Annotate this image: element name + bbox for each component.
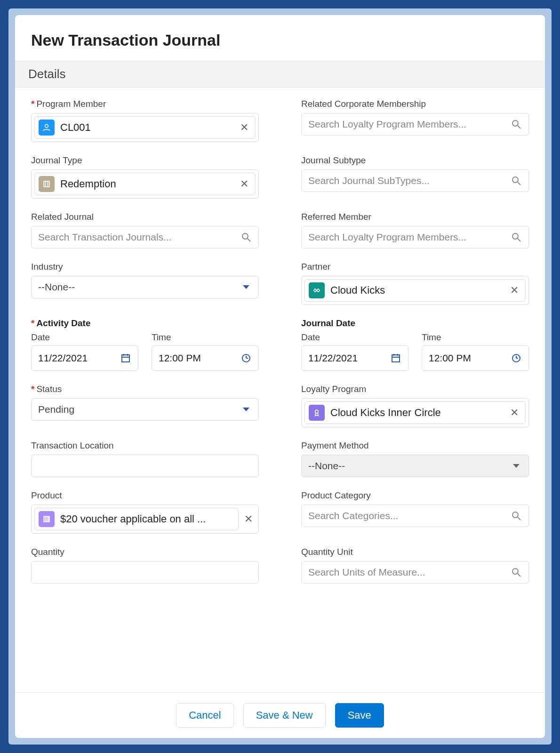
status-select[interactable]: Pending: [31, 398, 259, 421]
svg-point-10: [512, 233, 518, 239]
journal-date-time-value: 12:00 PM: [429, 352, 471, 364]
svg-line-2: [518, 126, 520, 128]
field-program-member: *Program Member CL001 ✕: [31, 99, 259, 142]
field-quantity: Quantity: [31, 547, 259, 584]
quantity-unit-placeholder: Search Units of Measure...: [308, 567, 425, 578]
activity-date-time-input[interactable]: 12:00 PM: [152, 345, 259, 371]
field-partner: Partner Cloud Kicks ✕: [301, 262, 529, 305]
transaction-location-text[interactable]: [38, 460, 252, 472]
status-label: Status: [36, 384, 62, 394]
svg-rect-19: [392, 355, 400, 362]
svg-line-33: [518, 517, 520, 520]
product-value: $20 voucher applicable on all ...: [60, 513, 234, 525]
search-icon: [511, 232, 522, 243]
journal-date-date-input[interactable]: 11/22/2021: [301, 345, 408, 371]
chevron-down-icon: [240, 404, 252, 415]
person-icon: [39, 120, 55, 136]
related-journal-placeholder: Search Transaction Journals...: [38, 232, 172, 243]
clear-loyalty-program-icon[interactable]: ✕: [507, 407, 521, 419]
clock-icon[interactable]: [511, 352, 522, 364]
save-and-new-button[interactable]: Save & New: [243, 703, 326, 728]
journal-subtype-label: Journal Subtype: [301, 155, 529, 166]
field-related-corp-membership: Related Corporate Membership Search Loya…: [301, 99, 529, 142]
quantity-unit-search[interactable]: Search Units of Measure...: [301, 561, 529, 584]
search-icon: [511, 567, 522, 578]
program-member-label: Program Member: [36, 99, 106, 109]
save-button[interactable]: Save: [335, 703, 384, 728]
quantity-label: Quantity: [31, 547, 259, 557]
svg-point-8: [242, 233, 248, 239]
journal-subtype-placeholder: Search Journal SubTypes...: [308, 175, 430, 186]
clear-journal-type-icon[interactable]: ✕: [237, 178, 251, 190]
clear-program-member-icon[interactable]: ✕: [237, 121, 251, 134]
program-member-value: CL001: [60, 121, 237, 134]
calendar-icon[interactable]: [390, 352, 401, 364]
svg-point-34: [512, 569, 518, 574]
related-journal-search[interactable]: Search Transaction Journals...: [31, 226, 259, 248]
chevron-down-icon: [240, 281, 252, 293]
loyalty-program-label: Loyalty Program: [301, 384, 529, 394]
svg-point-32: [512, 512, 518, 518]
field-loyalty-program: Loyalty Program Cloud Kicks Inner Circle…: [301, 384, 529, 427]
svg-line-11: [518, 239, 520, 241]
field-journal-subtype: Journal Subtype Search Journal SubTypes.…: [301, 155, 529, 199]
svg-point-1: [512, 120, 518, 126]
modal-title: New Transaction Journal: [15, 15, 545, 61]
transaction-location-input[interactable]: [31, 455, 259, 477]
field-product-category: Product Category Search Categories...: [301, 490, 529, 534]
product-icon: [39, 511, 55, 527]
partner-icon: [309, 282, 325, 298]
new-transaction-journal-modal: New Transaction Journal Details *Program…: [15, 15, 545, 738]
calendar-icon[interactable]: [120, 352, 131, 364]
svg-point-0: [45, 124, 48, 128]
journal-type-label: Journal Type: [31, 155, 259, 166]
journal-date-date-label: Date: [301, 332, 408, 343]
field-activity-date: *Activity Date Date 11/22/2021 Time 12:0…: [31, 318, 259, 371]
quantity-input[interactable]: [31, 561, 259, 584]
product-label: Product: [31, 490, 259, 501]
field-quantity-unit: Quantity Unit Search Units of Measure...: [301, 547, 529, 584]
field-product: Product $20 voucher applicable on all ..…: [31, 490, 259, 534]
payment-method-select[interactable]: --None--: [301, 455, 529, 477]
field-payment-method: Payment Method --None--: [301, 441, 529, 477]
journal-type-value: Redemption: [60, 178, 237, 190]
activity-date-time-value: 12:00 PM: [159, 352, 201, 364]
partner-lookup[interactable]: Cloud Kicks ✕: [301, 276, 529, 305]
field-industry: Industry --None--: [31, 262, 259, 305]
journal-date-date-value: 11/22/2021: [308, 352, 358, 364]
product-category-search[interactable]: Search Categories...: [301, 505, 529, 527]
loyalty-program-lookup[interactable]: Cloud Kicks Inner Circle ✕: [301, 398, 529, 427]
industry-select[interactable]: --None--: [31, 276, 259, 298]
cancel-button[interactable]: Cancel: [176, 703, 233, 728]
svg-line-9: [248, 239, 250, 241]
partner-value: Cloud Kicks: [330, 284, 507, 296]
search-icon: [511, 119, 522, 130]
product-lookup[interactable]: $20 voucher applicable on all ... ✕: [31, 505, 259, 534]
product-category-placeholder: Search Categories...: [308, 510, 398, 521]
clear-partner-icon[interactable]: ✕: [507, 284, 521, 296]
quantity-unit-label: Quantity Unit: [301, 547, 529, 557]
svg-rect-3: [44, 181, 49, 187]
field-transaction-location: Transaction Location: [31, 441, 259, 477]
svg-line-7: [518, 182, 520, 185]
related-corp-membership-search[interactable]: Search Loyalty Program Members...: [301, 113, 529, 136]
search-icon: [240, 232, 252, 243]
svg-line-35: [518, 574, 520, 577]
modal-footer: Cancel Save & New Save: [15, 692, 545, 738]
journal-date-time-input[interactable]: 12:00 PM: [422, 345, 529, 371]
payment-method-value: --None--: [308, 460, 345, 472]
journal-subtype-search[interactable]: Search Journal SubTypes...: [301, 169, 529, 192]
journal-type-icon: [39, 176, 55, 192]
svg-point-26: [315, 410, 319, 413]
activity-date-label: Activity Date: [36, 318, 90, 328]
referred-member-placeholder: Search Loyalty Program Members...: [308, 232, 466, 243]
clear-product-icon[interactable]: ✕: [241, 513, 256, 525]
search-icon: [511, 510, 522, 521]
loyalty-program-icon: [309, 405, 325, 421]
journal-type-lookup[interactable]: Redemption ✕: [31, 169, 259, 199]
program-member-lookup[interactable]: CL001 ✕: [31, 113, 259, 142]
referred-member-search[interactable]: Search Loyalty Program Members...: [301, 226, 529, 248]
activity-date-date-input[interactable]: 11/22/2021: [31, 345, 138, 371]
quantity-text[interactable]: [38, 566, 252, 578]
clock-icon[interactable]: [240, 352, 252, 364]
